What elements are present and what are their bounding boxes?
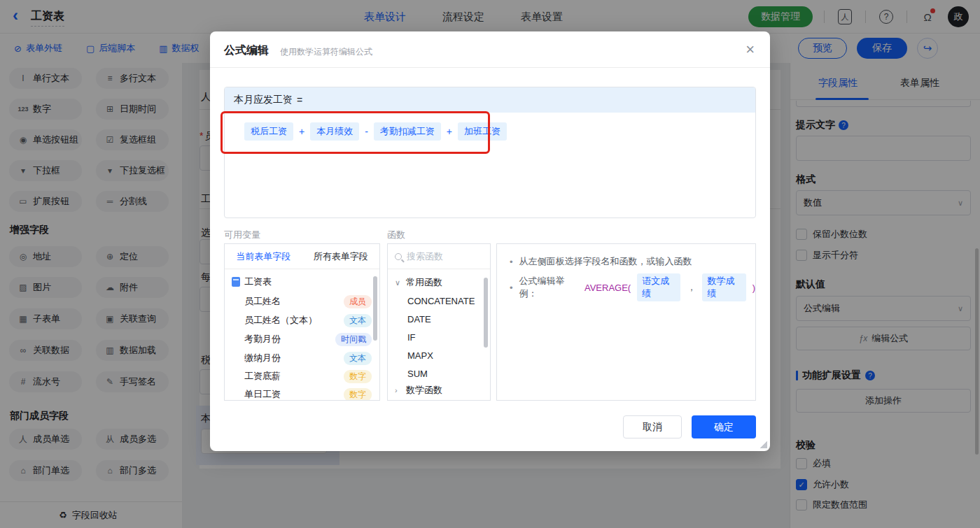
formula-field-chip[interactable]: 税后工资 <box>244 122 293 141</box>
variable-item[interactable]: 工资底薪数字 <box>244 369 372 384</box>
type-badge: 时间戳 <box>335 333 372 346</box>
function-search <box>388 244 490 269</box>
variables-panel: 当前表单字段 所有表单字段 工资表 员工姓名成员 员工姓名（文本）文本 考勤月份… <box>224 243 380 401</box>
equals-sign: = <box>297 94 302 106</box>
search-icon <box>395 253 402 260</box>
close-icon[interactable]: × <box>746 41 755 59</box>
function-item[interactable]: MAPX <box>407 348 433 363</box>
operator: + <box>299 126 304 137</box>
function-item[interactable]: CONCATENATE <box>407 293 475 308</box>
formula-field-chip[interactable]: 本月绩效 <box>310 122 359 141</box>
modal-subtitle: 使用数学运算符编辑公式 <box>280 46 372 58</box>
type-badge: 文本 <box>344 314 372 327</box>
function-group-math[interactable]: ›数学函数 <box>395 383 442 398</box>
function-item[interactable]: SUM <box>407 366 428 381</box>
cancel-button[interactable]: 取消 <box>623 415 682 438</box>
function-group-common[interactable]: ∨常用函数 <box>395 275 442 290</box>
function-group-text[interactable]: ›文本函数 <box>395 398 442 401</box>
type-badge: 数字 <box>344 370 372 383</box>
variables-label: 可用变量 <box>224 229 260 241</box>
variable-item[interactable]: 员工姓名（文本）文本 <box>244 313 372 328</box>
formula-field-chip[interactable]: 加班工资 <box>458 122 507 141</box>
functions-label: 函数 <box>387 229 405 241</box>
bullet: • <box>510 257 513 267</box>
example-field-chip: 语文成绩 <box>637 273 680 301</box>
modal-footer: 取消 确定 <box>623 415 756 438</box>
form-doc-icon <box>232 277 240 287</box>
resize-handle[interactable] <box>760 441 767 448</box>
formula-editor-box[interactable]: 本月应发工资 = 税后工资 + 本月绩效 - 考勤扣减工资 + 加班工资 <box>224 87 756 218</box>
function-item[interactable]: IF <box>407 329 416 345</box>
search-input[interactable] <box>407 251 477 262</box>
variables-tabs: 当前表单字段 所有表单字段 <box>225 244 379 269</box>
modal-title: 公式编辑 <box>224 43 269 58</box>
formula-target-bar: 本月应发工资 = <box>225 87 755 113</box>
chevron-right-icon: › <box>395 386 402 394</box>
function-item[interactable]: DATE <box>407 311 431 327</box>
function-name: AVERAGE( <box>584 283 631 293</box>
type-badge: 文本 <box>344 352 372 365</box>
example-field-chip: 数学成绩 <box>702 273 746 301</box>
tip-line: • 从左侧面板选择字段名和函数，或输入函数 <box>510 255 692 268</box>
close-paren: ) <box>752 283 755 293</box>
bullet: • <box>510 283 513 293</box>
modal-header: 公式编辑 使用数学运算符编辑公式 × <box>210 31 770 68</box>
confirm-button[interactable]: 确定 <box>692 415 756 438</box>
type-badge: 数字 <box>344 388 372 401</box>
tab-current-form-fields[interactable]: 当前表单字段 <box>225 244 302 269</box>
variable-item[interactable]: 考勤月份时间戳 <box>244 331 372 347</box>
variables-scrollbar[interactable] <box>373 276 377 341</box>
operator: - <box>365 126 368 137</box>
tips-panel: • 从左侧面板选择字段名和函数，或输入函数 • 公式编辑举例：AVERAGE( … <box>496 243 756 401</box>
variable-item[interactable]: 单日工资数字 <box>244 387 372 401</box>
functions-panel: ∨常用函数 CONCATENATE DATE IF MAPX SUM ›数学函数… <box>387 243 491 401</box>
formula-editor-modal: 公式编辑 使用数学运算符编辑公式 × 本月应发工资 = 税后工资 + 本月绩效 … <box>210 31 770 451</box>
chevron-down-icon: ∨ <box>395 278 402 287</box>
app-root: ‹ 工资表 表单设计 流程设定 表单设置 数据管理 人 ? Ω 政 ⊘表单外链 … <box>0 0 980 528</box>
tab-all-form-fields[interactable]: 所有表单字段 <box>302 244 380 269</box>
variable-item[interactable]: 员工姓名成员 <box>244 294 372 309</box>
tip-example-line: • 公式编辑举例：AVERAGE( 语文成绩 ， 数学成绩 ) <box>510 273 755 301</box>
formula-field-chip[interactable]: 考勤扣减工资 <box>374 122 441 141</box>
functions-scrollbar[interactable] <box>484 278 488 348</box>
variable-item[interactable]: 缴纳月份文本 <box>244 350 372 366</box>
formula-tokens: 税后工资 + 本月绩效 - 考勤扣减工资 + 加班工资 <box>244 122 507 141</box>
operator: + <box>447 126 452 137</box>
form-tree-root[interactable]: 工资表 <box>232 276 272 288</box>
type-badge: 成员 <box>344 295 372 308</box>
